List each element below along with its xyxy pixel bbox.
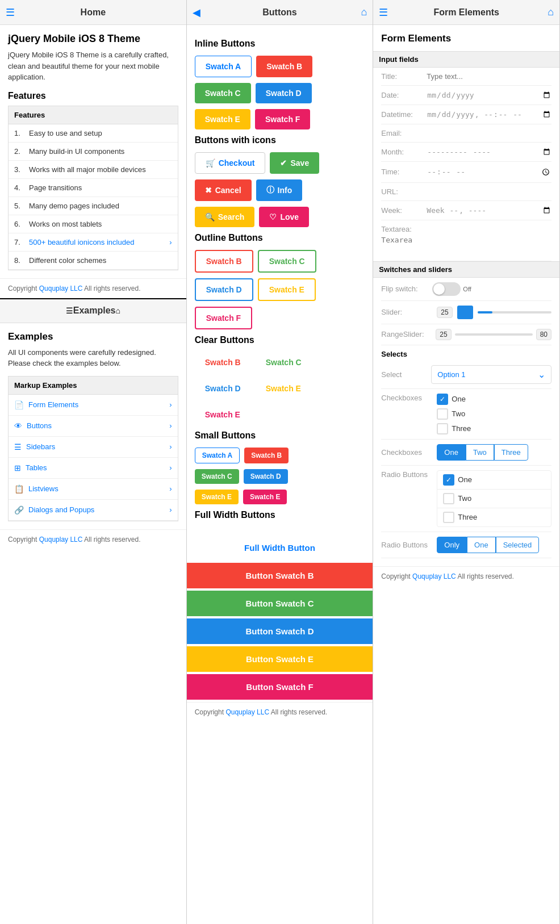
form-menu-icon[interactable]: ☰ [379,6,388,19]
checkout-button[interactable]: 🛒 Checkout [195,152,266,174]
list-item-ionicons[interactable]: 7.500+ beautiful ionicons included › [9,233,178,252]
form-home-icon[interactable]: ⌂ [548,6,554,18]
url-input[interactable] [427,187,551,196]
radio-three[interactable] [443,512,454,523]
full-d-button[interactable]: Button Swatch D [187,618,373,644]
clear-buttons-row1: Swatch B Swatch C [195,352,365,373]
email-input[interactable] [427,129,551,137]
markup-item-dialogs[interactable]: 🔗 Dialogs and Popups › [9,500,178,521]
checkbox-group-two[interactable]: Two [466,444,494,461]
copyright-link[interactable]: Ququplay LLC [39,285,83,292]
checkbox-group-three[interactable]: Three [494,444,528,461]
checkbox-one[interactable]: ✓ [437,394,448,405]
icon-buttons-row2: ✖ Cancel ⓘ Info [195,179,365,201]
swatch-f-button[interactable]: Swatch F [255,109,310,129]
swatch-c-button[interactable]: Swatch C [195,83,251,103]
swatch-b-button[interactable]: Swatch B [256,56,312,77]
time-input[interactable] [427,166,551,178]
features-table-header: Features [9,106,178,124]
slider-label: Slider: [381,308,432,316]
examples-copyright-link[interactable]: Ququplay LLC [39,536,83,543]
radio-item-one[interactable]: ✓ One [437,471,551,490]
inline-buttons-row1: Swatch A Swatch B [195,56,365,77]
radio-item-three[interactable]: Three [437,508,551,526]
checkbox-item-two[interactable]: Two [437,408,471,420]
small-c-button[interactable]: Swatch C [195,469,239,484]
clear-d-button[interactable]: Swatch D [195,378,251,399]
checkbox-item-one[interactable]: ✓ One [437,394,471,405]
panel-form: ☰ Form Elements ⌂ Form Elements Input fi… [373,0,560,924]
small-b-button[interactable]: Swatch B [244,448,289,463]
clear-c-button[interactable]: Swatch C [256,352,312,373]
radio-group-selected[interactable]: Selected [496,537,540,553]
markup-item-listviews[interactable]: 📋 Listviews › [9,479,178,500]
menu-icon[interactable]: ☰ [6,6,15,19]
datetime-input[interactable] [427,110,551,119]
radio-group-only[interactable]: Only [437,537,467,553]
clear-e-button[interactable]: Swatch E [256,378,311,399]
form-content: Form Elements Input fields Title: Date: … [373,25,559,924]
search-button[interactable]: 🔍 Search [195,207,255,227]
markup-item-form[interactable]: 📄 Form Elements › [9,395,178,416]
outline-d-button[interactable]: Swatch D [195,278,253,301]
love-button[interactable]: ♡ Love [259,207,309,227]
flip-switch[interactable]: Off [432,282,471,296]
select-box[interactable]: Option 1 ⌄ [431,365,551,384]
outline-c-button[interactable]: Swatch C [258,250,316,273]
markup-item-sidebars[interactable]: ☰ Sidebars › [9,437,178,458]
week-input[interactable] [427,206,551,215]
textarea-input[interactable] [381,233,551,256]
clear-ef-button[interactable]: Swatch E [195,404,250,425]
examples-home-icon[interactable]: ⌂ [115,306,120,315]
home-intro: jQuery Mobile iOS 8 Theme jQuery Mobile … [0,25,186,278]
dialog-icon: 🔗 [14,505,24,515]
outline-b-button[interactable]: Swatch B [195,250,253,273]
title-input[interactable] [427,72,551,81]
form-copyright-link[interactable]: Ququplay LLC [412,572,456,580]
form-sections: Form Elements Input fields Title: Date: … [373,25,559,566]
search-icon: 🔍 [205,212,215,221]
home-description: jQuery Mobile iOS 8 Theme is a carefully… [8,49,178,83]
radio-group-one[interactable]: One [467,537,496,553]
small-e-button[interactable]: Swatch E [195,490,239,504]
full-a-button[interactable]: Full Width Button [187,535,373,561]
buttons-header: ◀ Buttons ⌂ [187,0,373,25]
checkbox-three[interactable] [437,423,448,434]
textarea-label: Textarea: [381,225,427,233]
checkbox-item-three[interactable]: Three [437,423,471,434]
icon-buttons-row1: 🛒 Checkout ✔ Save [195,152,365,174]
outline-buttons-title: Outline Buttons [195,233,365,243]
slider-thumb[interactable] [457,306,473,319]
markup-item-tables[interactable]: ⊞ Tables › [9,458,178,479]
full-e-button[interactable]: Button Swatch E [187,646,373,672]
outline-e-button[interactable]: Swatch E [258,278,316,301]
radio-item-two[interactable]: Two [437,490,551,508]
list-item: 3.Works with all major mobile devices [9,161,178,179]
month-input[interactable] [427,147,551,157]
outline-f-button[interactable]: Swatch F [195,307,252,329]
save-button[interactable]: ✔ Save [270,152,319,174]
checkbox-list: ✓ One Two Three [437,394,471,434]
buttons-home-icon[interactable]: ⌂ [361,6,367,18]
buttons-copyright-link[interactable]: Ququplay LLC [225,708,269,716]
cancel-button[interactable]: ✖ Cancel [195,179,252,201]
full-c-button[interactable]: Button Swatch C [187,591,373,616]
swatch-a-button[interactable]: Swatch A [195,56,252,77]
swatch-d-button[interactable]: Swatch D [256,83,312,103]
checkbox-group-one[interactable]: One [437,444,466,461]
radio-two[interactable] [443,493,454,504]
full-b-button[interactable]: Button Swatch B [187,563,373,588]
small-a-button[interactable]: Swatch A [195,448,240,463]
date-input[interactable] [427,90,551,100]
swatch-e-button[interactable]: Swatch E [195,109,250,129]
clear-b-button[interactable]: Swatch B [195,352,251,373]
checkbox-two[interactable] [437,408,448,420]
examples-menu-icon[interactable]: ☰ [66,306,73,315]
markup-item-buttons[interactable]: 👁 Buttons › [9,416,178,437]
full-f-button[interactable]: Button Swatch F [187,674,373,700]
small-ef-button[interactable]: Swatch E [243,490,287,504]
back-icon[interactable]: ◀ [193,6,200,19]
radio-one[interactable]: ✓ [443,474,454,486]
info-button[interactable]: ⓘ Info [256,179,303,201]
small-d-button[interactable]: Swatch D [244,469,288,484]
